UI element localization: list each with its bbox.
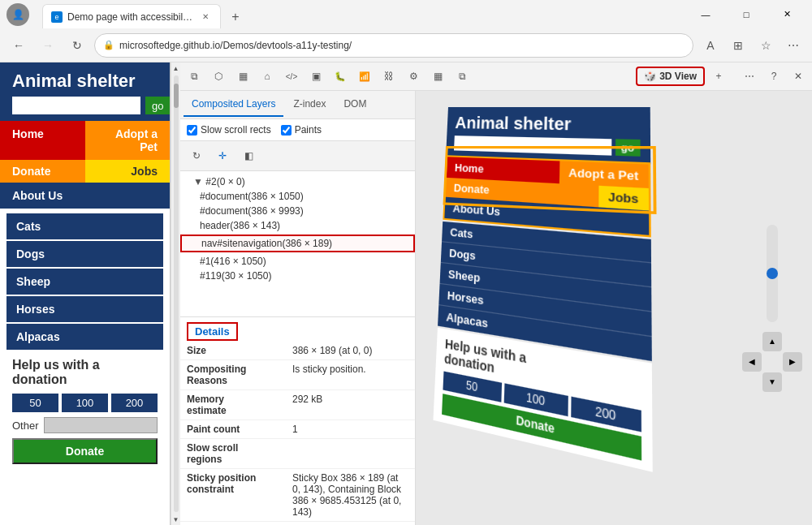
active-tab[interactable]: e Demo page with accessibility iss ✕ [42, 4, 221, 28]
paints-option[interactable]: Paints [281, 124, 322, 136]
tab-bar: e Demo page with accessibility iss ✕ + [36, 0, 680, 28]
gear-icon[interactable]: ⚙ [403, 66, 424, 87]
nav-home-button[interactable]: Home [0, 121, 85, 160]
sidebar-scrollbar[interactable]: ▲ ▼ [171, 62, 180, 525]
layers-panel-icon[interactable]: ⧉ [184, 66, 205, 87]
minimize-button[interactable]: — [687, 2, 724, 27]
new-tab-button[interactable]: + [224, 6, 247, 28]
main-area: Animal shelter go Home Adopt a Pet Donat… [0, 62, 812, 525]
wifi-icon[interactable]: 📶 [354, 66, 375, 87]
view-3d-button[interactable]: 🎲 3D View [636, 67, 705, 86]
maximize-button[interactable]: □ [728, 2, 765, 27]
detail-slow-scroll-value [286, 439, 415, 469]
layers-icon[interactable]: ▦ [232, 66, 253, 87]
tree-item-1[interactable]: #1(416 × 1050) [180, 254, 415, 269]
devtools-panel: ⧉ ⬡ ▦ ⌂ </> ▣ 🐛 📶 ⛓ ⚙ ▦ ⧉ 🎲 3D View + ⋯ … [180, 62, 812, 525]
devtools-close-button[interactable]: ✕ [788, 66, 809, 87]
donate-button[interactable]: Donate [12, 438, 158, 464]
tree-item-header[interactable]: header(386 × 143) [180, 218, 415, 233]
paint-icon[interactable]: ⬡ [208, 66, 229, 87]
horses-button[interactable]: Horses [6, 296, 163, 322]
link-icon[interactable]: ⛓ [378, 66, 400, 87]
close-button[interactable]: ✕ [768, 2, 806, 27]
scroll-position-dot [767, 268, 778, 279]
tree-item-doc2[interactable]: #document(386 × 9993) [180, 204, 415, 218]
search-button[interactable]: go [145, 97, 170, 114]
grid-icon[interactable]: ▦ [427, 66, 448, 87]
amount-50-button[interactable]: 50 [12, 394, 58, 412]
refresh-button[interactable]: ↻ [65, 33, 89, 58]
refresh-layers-button[interactable]: ↻ [185, 144, 208, 167]
nav-adopt-button[interactable]: Adopt a Pet [85, 121, 171, 160]
nav-left-button[interactable]: ◀ [742, 352, 762, 372]
scroll-down-arrow[interactable]: ▼ [172, 515, 180, 523]
tab-z-index[interactable]: Z-index [285, 93, 334, 117]
detail-sticky-label: Sticky positionconstraint [180, 469, 286, 522]
favorites-icon[interactable]: ☆ [754, 33, 778, 58]
search-input[interactable] [12, 97, 140, 114]
navigation-bar: ← → ↻ 🔒 microsoftedge.github.io/Demos/de… [0, 28, 812, 62]
more-button[interactable]: ⋯ [781, 33, 806, 58]
amount-200-button[interactable]: 200 [111, 394, 158, 412]
cats-button[interactable]: Cats [6, 213, 163, 239]
copy-icon[interactable]: ⧉ [451, 66, 473, 87]
scroll-track [174, 75, 179, 512]
tree-item-119[interactable]: #119(30 × 1050) [180, 269, 415, 283]
bug-icon[interactable]: 🐛 [330, 66, 351, 87]
tab-close-button[interactable]: ✕ [199, 11, 212, 24]
website-title: Animal shelter [12, 71, 158, 92]
address-bar[interactable]: 🔒 microsoftedge.github.io/Demos/devtools… [94, 33, 693, 58]
code-icon[interactable]: </> [281, 66, 302, 87]
alpacas-button[interactable]: Alpacas [6, 324, 163, 350]
details-header: Details [187, 322, 238, 341]
move-layers-button[interactable]: ✛ [211, 144, 234, 167]
website-search: go [12, 97, 158, 114]
other-amount-input[interactable] [44, 417, 158, 433]
nav-right-button[interactable]: ▶ [783, 352, 802, 372]
detail-paint-value: 1 [286, 420, 415, 439]
nav-donate-button[interactable]: Donate [0, 160, 85, 183]
back-button[interactable]: ← [6, 33, 31, 58]
navigation-cross: ▲ ◀ ▶ ▼ [742, 332, 802, 392]
nav-about-button[interactable]: About Us [0, 183, 170, 209]
view-3d-label: 3D View [659, 71, 697, 82]
reader-view-icon[interactable]: A [698, 33, 723, 58]
detail-row-paint: Paint count 1 [180, 420, 415, 439]
paints-checkbox[interactable] [281, 125, 292, 136]
show-layers-button[interactable]: ◧ [237, 144, 260, 167]
donation-amounts: 50 100 200 [12, 394, 158, 412]
add-panel-button[interactable]: + [708, 66, 729, 87]
sheep-button[interactable]: Sheep [6, 269, 163, 295]
donation-title: Help us with a donation [12, 358, 158, 387]
tab-title: Demo page with accessibility iss [67, 11, 194, 23]
scroll-up-arrow[interactable]: ▲ [172, 64, 180, 72]
devtools-more-button[interactable]: ⋯ [739, 66, 760, 87]
box-icon[interactable]: ▣ [305, 66, 326, 87]
tab-composited-layers[interactable]: Composited Layers [184, 93, 283, 117]
tree-item-doc1[interactable]: #document(386 × 1050) [180, 189, 415, 204]
home-icon[interactable]: ⌂ [257, 66, 278, 87]
slow-scroll-rects-option[interactable]: Slow scroll rects [187, 124, 271, 136]
3d-search-row: go [454, 136, 641, 157]
dogs-button[interactable]: Dogs [6, 241, 163, 267]
amount-100-button[interactable]: 100 [62, 394, 108, 412]
forward-button[interactable]: → [36, 33, 60, 58]
tree-expand-root: ▼ [193, 176, 203, 187]
split-view-icon[interactable]: ⊞ [726, 33, 750, 58]
scroll-thumb[interactable] [174, 84, 179, 108]
website-header: Animal shelter go [0, 62, 170, 121]
nav-up-button[interactable]: ▲ [762, 332, 782, 351]
tab-dom[interactable]: DOM [335, 93, 374, 117]
details-panel: Details Size 386 × 189 (at 0, 0) Composi… [180, 316, 415, 525]
view3d-controls: ▲ ◀ ▶ ▼ [742, 225, 802, 392]
nav-row-1: Home Adopt a Pet [0, 121, 170, 160]
nav-down-button[interactable]: ▼ [762, 372, 782, 392]
nav-jobs-button[interactable]: Jobs [85, 160, 171, 183]
devtools-help-button[interactable]: ? [763, 66, 784, 87]
window-controls: — □ ✕ [687, 2, 806, 27]
slow-scroll-rects-checkbox[interactable] [187, 125, 197, 136]
donation-other: Other [12, 417, 158, 433]
tree-root[interactable]: ▼ #2(0 × 0) [180, 174, 415, 189]
tree-item-nav[interactable]: nav#sitenavigation(386 × 189) [180, 235, 415, 252]
view3d-panel: Animal shelter go Home Adopt a Pet [416, 91, 812, 525]
